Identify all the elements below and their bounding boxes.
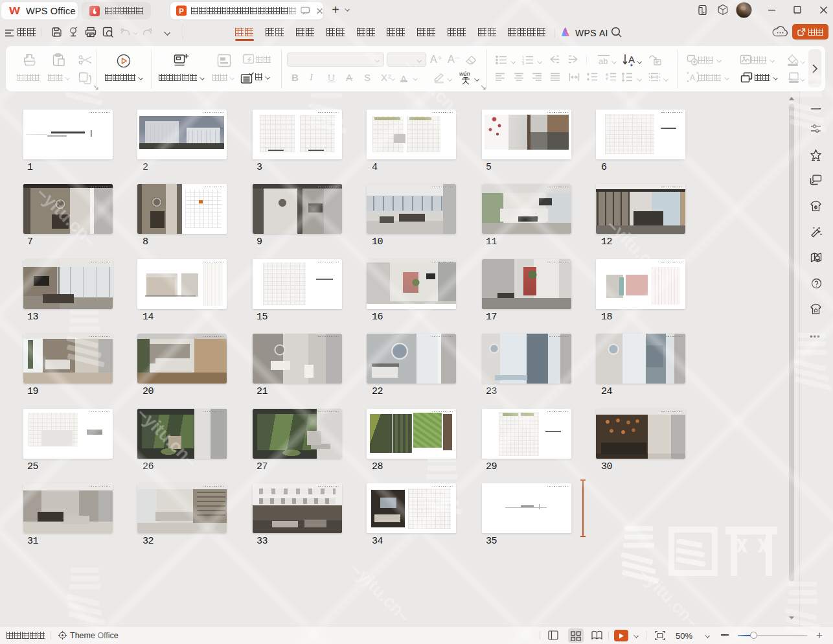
svg-text:A: A bbox=[690, 73, 695, 82]
svg-text:ab: ab bbox=[599, 56, 608, 65]
svg-text:3: 3 bbox=[522, 62, 524, 65]
svg-text:wén: wén bbox=[459, 71, 470, 77]
svg-text:P: P bbox=[179, 7, 184, 15]
svg-text:A: A bbox=[628, 54, 635, 65]
